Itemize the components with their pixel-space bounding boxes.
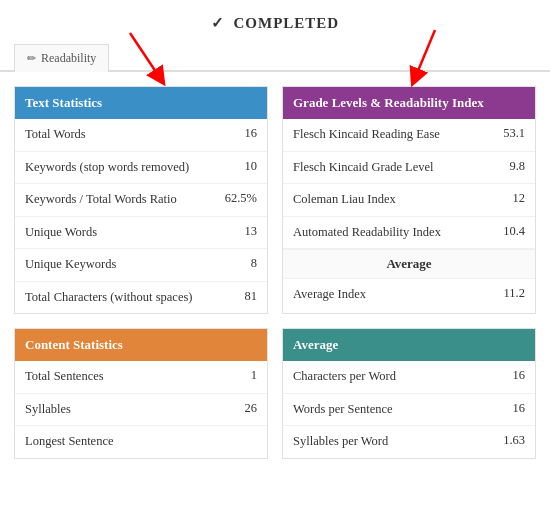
stat-value: 11.2 [495,286,525,301]
tab-bar: ✏Readability [0,42,550,72]
text-statistics-body: Total Words 16 Keywords (stop words remo… [15,119,267,313]
status-text: COMPLETED [234,15,340,31]
table-row: Coleman Liau Index 12 [283,184,535,217]
arrow-right-svg [415,78,416,79]
stat-value: 10 [227,159,257,174]
table-row: Total Characters (without spaces) 81 [15,282,267,314]
stat-label: Keywords (stop words removed) [25,159,227,177]
readability-tab[interactable]: ✏Readability [14,44,109,72]
stat-label: Characters per Word [293,368,495,386]
arrow-left-svg [160,78,161,79]
stat-label: Keywords / Total Words Ratio [25,191,225,209]
stat-value: 1 [227,368,257,383]
grade-levels-card: Grade Levels & Readability Index Flesch … [282,86,536,314]
stat-value: 53.1 [495,126,525,141]
stat-label: Coleman Liau Index [293,191,495,209]
stat-label: Total Characters (without spaces) [25,289,227,307]
stat-label: Unique Keywords [25,256,227,274]
table-row: Longest Sentence [15,426,267,458]
stat-value: 10.4 [495,224,525,239]
stat-value: 81 [227,289,257,304]
table-row: Keywords (stop words removed) 10 [15,152,267,185]
average-card: Average Characters per Word 16 Words per… [282,328,536,459]
stat-value: 26 [227,401,257,416]
stat-label: Flesch Kincaid Reading Ease [293,126,495,144]
stat-label: Syllables [25,401,227,419]
table-row: Average Index 11.2 [283,279,535,311]
stat-value: 1.63 [495,433,525,448]
table-row: Syllables per Word 1.63 [283,426,535,458]
table-row: Flesch Kincaid Grade Level 9.8 [283,152,535,185]
stat-label: Automated Readability Index [293,224,495,242]
table-row: Automated Readability Index 10.4 [283,217,535,250]
stat-value: 8 [227,256,257,271]
tab-label: Readability [41,51,96,65]
stat-value: 12 [495,191,525,206]
grade-levels-subheader: Average [283,249,535,279]
stat-label: Longest Sentence [25,433,227,451]
table-row: Total Words 16 [15,119,267,152]
pencil-icon: ✏ [27,52,36,64]
content-statistics-header: Content Statistics [15,329,267,361]
text-statistics-header: Text Statistics [15,87,267,119]
table-row: Total Sentences 1 [15,361,267,394]
stat-label: Flesch Kincaid Grade Level [293,159,495,177]
stat-value: 62.5% [225,191,257,206]
table-row: Words per Sentence 16 [283,394,535,427]
stat-label: Total Sentences [25,368,227,386]
stat-label: Syllables per Word [293,433,495,451]
stat-value: 16 [495,401,525,416]
grade-levels-header: Grade Levels & Readability Index [283,87,535,119]
average-body: Characters per Word 16 Words per Sentenc… [283,361,535,458]
stat-label: Total Words [25,126,227,144]
checkmark-icon: ✓ [211,15,225,31]
table-row: Syllables 26 [15,394,267,427]
stat-label: Words per Sentence [293,401,495,419]
table-row: Characters per Word 16 [283,361,535,394]
text-statistics-card: Text Statistics Total Words 16 Keywords … [14,86,268,314]
content-statistics-card: Content Statistics Total Sentences 1 Syl… [14,328,268,459]
completed-header: ✓ COMPLETED [0,0,550,42]
table-row: Unique Words 13 [15,217,267,250]
stat-value: 9.8 [495,159,525,174]
stat-label: Average Index [293,286,495,304]
table-row: Keywords / Total Words Ratio 62.5% [15,184,267,217]
stat-label: Unique Words [25,224,227,242]
average-header: Average [283,329,535,361]
table-row: Flesch Kincaid Reading Ease 53.1 [283,119,535,152]
stat-value: 16 [495,368,525,383]
table-row: Unique Keywords 8 [15,249,267,282]
stat-value: 16 [227,126,257,141]
grade-levels-body: Flesch Kincaid Reading Ease 53.1 Flesch … [283,119,535,311]
content-statistics-body: Total Sentences 1 Syllables 26 Longest S… [15,361,267,458]
stat-value: 13 [227,224,257,239]
